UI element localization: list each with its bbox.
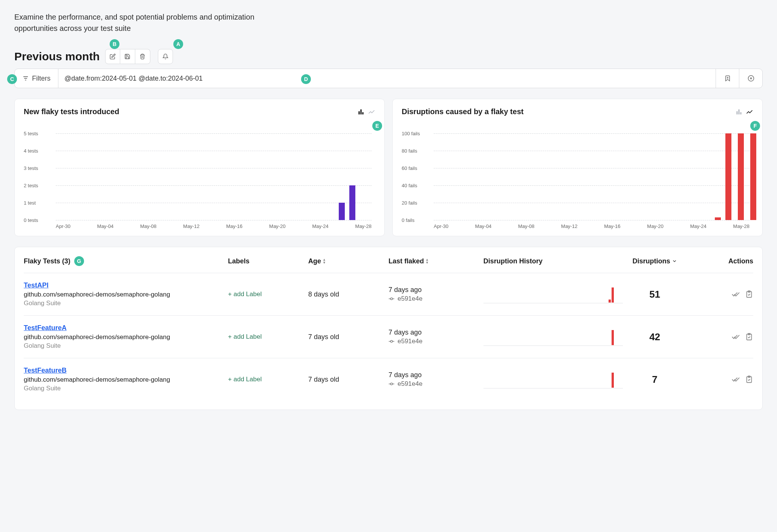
y-axis-label: 20 fails xyxy=(402,200,417,206)
gridline xyxy=(434,220,749,220)
double-check-icon xyxy=(731,290,740,298)
chart-bar xyxy=(750,133,756,220)
y-axis-label: 80 fails xyxy=(402,148,417,154)
x-axis-label: Apr-30 xyxy=(434,223,448,229)
test-name-link[interactable]: TestAPI xyxy=(24,281,49,289)
x-axis-label: Apr-30 xyxy=(56,223,70,229)
clear-filter-button[interactable] xyxy=(739,69,762,88)
delete-button[interactable] xyxy=(135,49,150,64)
y-axis-label: 60 fails xyxy=(402,165,417,171)
gridline xyxy=(56,185,372,186)
last-flaked-text: 7 days ago xyxy=(388,286,422,294)
pencil-icon xyxy=(110,54,116,60)
commit-hash: e591e4e xyxy=(398,295,422,303)
gridline xyxy=(434,185,749,186)
y-axis-label: 0 fails xyxy=(402,217,415,223)
sort-icon: ▲▼ xyxy=(425,258,429,264)
notifications-button[interactable] xyxy=(158,49,173,64)
test-path: github.com/semaphoreci-demos/semaphore-g… xyxy=(24,333,170,341)
svg-rect-12 xyxy=(738,109,739,114)
age-text: 8 days old xyxy=(308,290,339,298)
x-axis-label: May-24 xyxy=(312,223,328,229)
chart-bar-toggle[interactable] xyxy=(357,108,365,116)
save-filter-button[interactable] xyxy=(716,69,739,88)
svg-rect-10 xyxy=(362,112,363,114)
clipboard-check-icon xyxy=(745,375,753,384)
chart-line-toggle[interactable] xyxy=(746,108,753,116)
col-header-disruptions[interactable]: Disruptions xyxy=(615,257,695,265)
annotation-badge-f: F xyxy=(750,121,760,131)
age-text: 7 days old xyxy=(308,333,339,341)
chart-disruptions: F Disruptions caused by a flaky test Apr… xyxy=(392,99,763,236)
disruptions-count: 7 xyxy=(652,374,657,385)
test-name-link[interactable]: TestFeatureA xyxy=(24,324,67,332)
gridline xyxy=(434,151,749,151)
table-row: TestFeatureAgithub.com/semaphoreci-demos… xyxy=(24,316,753,358)
table-row: TestFeatureBgithub.com/semaphoreci-demos… xyxy=(24,358,753,401)
add-label-button[interactable]: + add Label xyxy=(228,290,262,298)
chart-new-flaky-tests: E New flaky tests introduced Apr-30May-0… xyxy=(14,99,385,236)
x-axis-label: May-28 xyxy=(733,223,749,229)
test-name-link[interactable]: TestFeatureB xyxy=(24,367,67,375)
filters-label: Filters xyxy=(32,75,50,83)
col-header-history: Disruption History xyxy=(483,257,615,265)
svg-point-14 xyxy=(390,298,392,300)
filters-button[interactable]: Filters xyxy=(15,69,58,88)
col-header-last-flaked[interactable]: Last flaked ▲▼ xyxy=(388,257,483,265)
bookmark-plus-icon xyxy=(724,75,731,82)
table-row: TestAPIgithub.com/semaphoreci-demos/sema… xyxy=(24,273,753,316)
y-axis-label: 100 fails xyxy=(402,131,420,136)
filter-query-input[interactable] xyxy=(58,69,716,88)
y-axis-label: 2 tests xyxy=(24,183,38,188)
line-chart-icon xyxy=(368,108,375,116)
archive-button[interactable] xyxy=(745,375,753,384)
archive-button[interactable] xyxy=(745,290,753,298)
disruption-history-chart xyxy=(483,328,623,346)
chart-bar-toggle[interactable] xyxy=(735,108,743,116)
chart-bar xyxy=(339,203,345,220)
resolve-button[interactable] xyxy=(731,333,740,341)
gridline xyxy=(56,168,372,168)
save-icon xyxy=(124,54,130,60)
annotation-badge-a: A xyxy=(173,39,183,49)
resolve-button[interactable] xyxy=(731,290,740,298)
save-button[interactable] xyxy=(120,49,135,64)
col-header-age[interactable]: Age ▲▼ xyxy=(308,257,388,265)
resolve-button[interactable] xyxy=(731,375,740,384)
svg-point-19 xyxy=(390,340,392,342)
col-header-actions: Actions xyxy=(695,257,753,265)
chart-bar xyxy=(738,133,744,220)
gridline xyxy=(56,133,372,134)
chart-title: Disruptions caused by a flaky test xyxy=(402,107,523,116)
edit-button[interactable] xyxy=(105,49,120,64)
svg-rect-8 xyxy=(358,111,359,114)
x-axis-label: May-04 xyxy=(475,223,491,229)
chart-bar xyxy=(725,133,731,220)
x-axis-label: May-16 xyxy=(604,223,620,229)
x-axis-label: May-24 xyxy=(690,223,706,229)
bell-icon xyxy=(162,54,168,60)
filter-bar: C Filters D xyxy=(14,69,763,88)
add-label-button[interactable]: + add Label xyxy=(228,376,262,383)
git-commit-icon xyxy=(388,338,395,344)
history-bar xyxy=(609,300,611,303)
archive-button[interactable] xyxy=(745,333,753,341)
last-flaked-text: 7 days ago xyxy=(388,371,422,379)
y-axis-label: 5 tests xyxy=(24,131,38,136)
gridline xyxy=(56,203,372,203)
disruptions-count: 51 xyxy=(649,289,660,300)
clipboard-check-icon xyxy=(745,333,753,341)
disruption-history-chart xyxy=(483,370,623,388)
x-axis-label: May-08 xyxy=(140,223,156,229)
svg-rect-11 xyxy=(736,111,737,114)
sort-icon: ▲▼ xyxy=(323,258,326,264)
test-suite: Golang Suite xyxy=(24,342,170,350)
gridline xyxy=(56,220,372,220)
chart-line-toggle[interactable] xyxy=(368,108,375,116)
chart-bar xyxy=(715,217,721,220)
chevron-down-icon xyxy=(672,258,677,264)
flaky-tests-table: Flaky Tests (3) G Labels Age ▲▼ Last fla… xyxy=(14,247,763,410)
add-label-button[interactable]: + add Label xyxy=(228,333,262,340)
annotation-badge-g: G xyxy=(74,256,84,266)
history-bar xyxy=(612,330,614,345)
